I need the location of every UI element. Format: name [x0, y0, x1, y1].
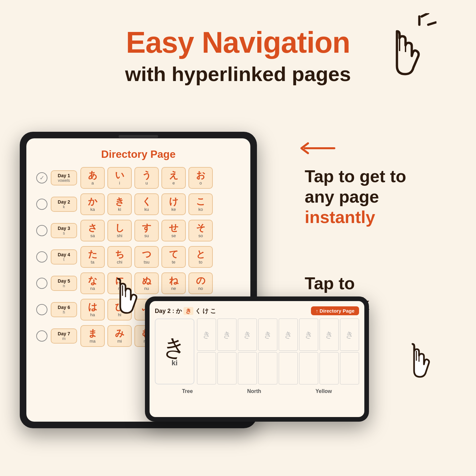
secondary-day-label: Day 2 : か き く け こ [155, 307, 216, 315]
day-label-5: Day 5 [55, 278, 72, 284]
day-label-3: Day 3 [55, 226, 72, 231]
tap-instantly: instantly [305, 207, 450, 227]
practice-cell[interactable]: き [299, 319, 318, 351]
kana-cell[interactable]: なna [80, 272, 105, 294]
practice-grid: き ki き き き き き き き き [155, 319, 359, 384]
dir-row-3: Day 3 s さsa しshi すsu せse そso [36, 220, 240, 241]
kana-cell[interactable]: おo [188, 167, 213, 189]
header: Easy Navigation with hyperlinked pages [0, 0, 476, 86]
hand-cursor-secondary [400, 339, 440, 385]
practice-cell[interactable]: き [279, 319, 298, 351]
day-sub-2: k [55, 205, 72, 209]
kana-cell[interactable]: きki [107, 193, 132, 215]
kana-cell[interactable]: たta [80, 246, 105, 268]
day-box-3[interactable]: Day 3 s [51, 223, 77, 238]
hand-cursor-main [105, 273, 148, 323]
checkbox-7[interactable] [36, 330, 47, 342]
tap-line2: any page [305, 186, 450, 207]
kana-cell[interactable]: とto [188, 246, 213, 268]
dir-row-4: Day 4 t たta ちchi つtsu てte とto [36, 246, 240, 268]
practice-cell[interactable] [258, 352, 277, 384]
kana-cell[interactable]: そso [188, 220, 213, 241]
checkbox-4[interactable] [36, 251, 47, 263]
kana-cell[interactable]: つtsu [134, 246, 159, 268]
kana-cell[interactable]: こko [188, 193, 213, 215]
kana-cell[interactable]: うu [134, 167, 159, 189]
practice-cell[interactable]: き [217, 319, 237, 351]
tablet-camera [119, 135, 158, 138]
day-box-1[interactable]: Day 1 vowels [51, 170, 77, 185]
practice-cells: き き き き き き き き [197, 319, 359, 384]
kana-cell[interactable]: ねne [161, 272, 186, 294]
big-kana-char: き [163, 336, 186, 359]
kana-cell[interactable]: しshi [107, 220, 132, 241]
practice-cell[interactable] [279, 352, 298, 384]
day-sub-4: t [55, 257, 72, 262]
vocab-north: North [247, 388, 261, 394]
day-sub-3: s [55, 231, 72, 236]
vocab-tree: Tree [182, 388, 193, 394]
directory-button[interactable]: ↑ Directory Page [311, 306, 359, 315]
practice-cell[interactable] [197, 352, 216, 384]
checkmark-1: ✓ [40, 174, 44, 182]
day-box-2[interactable]: Day 2 k [51, 197, 77, 212]
kana-cell[interactable]: かka [80, 193, 105, 215]
checkbox-1[interactable]: ✓ [36, 172, 47, 183]
kana-cell[interactable]: えe [161, 167, 186, 189]
day-sub-5: n [55, 284, 72, 288]
practice-cell[interactable] [238, 352, 257, 384]
kana-cells-1: あa いi うu えe おo [80, 167, 213, 189]
directory-btn-label: ↑ Directory Page [316, 308, 354, 314]
directory-page-title: Directory Page [36, 148, 240, 160]
checkbox-3[interactable] [36, 225, 47, 236]
kana-cell[interactable]: ちchi [107, 246, 132, 268]
kana-cell[interactable]: すsu [134, 220, 159, 241]
practice-cell[interactable]: き [238, 319, 257, 351]
day-label-4: Day 4 [55, 252, 72, 257]
checkbox-2[interactable] [36, 199, 47, 210]
day-box-6[interactable]: Day 6 h [51, 302, 77, 317]
kana-cell[interactable]: せse [161, 220, 186, 241]
practice-cell[interactable]: き [340, 319, 359, 351]
checkbox-5[interactable] [36, 278, 47, 289]
tap-line1: Tap to get to [305, 166, 450, 186]
kana-cells-4: たta ちchi つtsu てte とto [80, 246, 213, 268]
kana-cell[interactable]: てte [161, 246, 186, 268]
go-back-line1: Tap to [305, 273, 450, 294]
kana-cell[interactable]: まma [80, 325, 105, 347]
day-box-7[interactable]: Day 7 m [51, 328, 77, 344]
kana-cell[interactable]: あa [80, 167, 105, 189]
practice-cell[interactable] [340, 352, 359, 384]
kana-cell[interactable]: のno [188, 272, 213, 294]
kana-cell[interactable]: みmi [107, 325, 132, 347]
day-label-7: Day 7 [55, 331, 72, 336]
kana-cell[interactable]: けke [161, 193, 186, 215]
kana-cell[interactable]: はha [80, 299, 105, 321]
dir-row-2: Day 2 k かka きki くku けke こko [36, 193, 240, 215]
practice-cell[interactable]: き [320, 319, 339, 351]
day-label-2: Day 2 [55, 199, 72, 205]
day-box-4[interactable]: Day 4 t [51, 249, 77, 265]
sub-title: with hyperlinked pages [0, 62, 476, 86]
kana-cells-2: かka きki くku けke こko [80, 193, 213, 215]
day-sub-7: m [55, 336, 72, 341]
kana-cell[interactable]: いi [107, 167, 132, 189]
secondary-tablet-screen: Day 2 : か き く け こ ↑ Directory Page き ki … [150, 301, 364, 417]
day-label-1: Day 1 [55, 173, 72, 178]
practice-cell[interactable] [320, 352, 339, 384]
practice-cell[interactable]: き [197, 319, 216, 351]
kana-cell[interactable]: さsa [80, 220, 105, 241]
practice-cell[interactable] [217, 352, 237, 384]
day-sub-6: h [55, 310, 72, 315]
day-box-5[interactable]: Day 5 n [51, 276, 77, 291]
tablets-area: Directory Page ✓ Day 1 vowels あa いi うu え… [0, 119, 476, 448]
kana-cell[interactable]: くku [134, 193, 159, 215]
vocab-yellow: Yellow [316, 388, 332, 394]
vocab-footer: Tree North Yellow [155, 388, 359, 394]
practice-cell[interactable]: き [258, 319, 277, 351]
checkbox-6[interactable] [36, 304, 47, 315]
practice-cell[interactable] [299, 352, 318, 384]
day-sub-1: vowels [55, 178, 72, 183]
big-kana-display: き ki [155, 319, 194, 384]
tap-to-get-text: Tap to get to any page instantly [305, 166, 450, 227]
